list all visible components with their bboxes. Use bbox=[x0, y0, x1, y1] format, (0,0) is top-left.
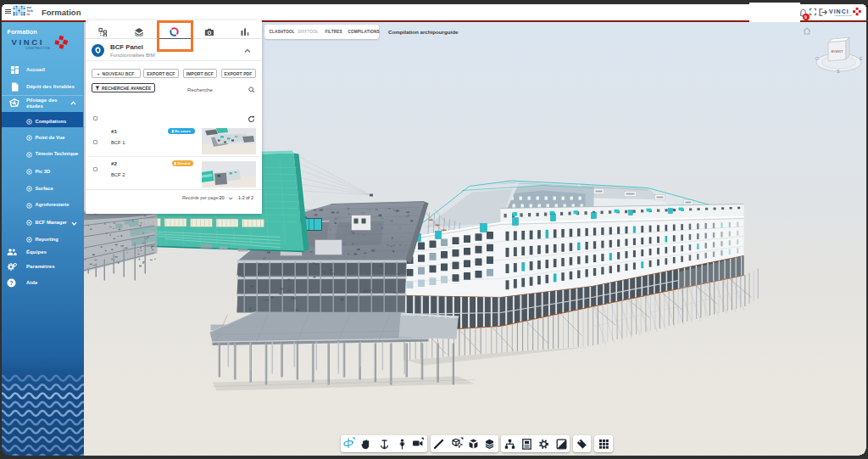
svg-text:VINCI: VINCI bbox=[829, 8, 849, 14]
svg-text:AVANT: AVANT bbox=[831, 49, 843, 53]
svg-text:E: E bbox=[860, 56, 863, 61]
svg-text:VINCI: VINCI bbox=[12, 37, 45, 47]
svg-text:?: ? bbox=[9, 280, 13, 286]
svg-text:CONSTRUCTION: CONSTRUCTION bbox=[25, 47, 50, 50]
svg-text:in: in bbox=[27, 12, 31, 16]
svg-text:CONSTRUCTION: CONSTRUCTION bbox=[834, 14, 852, 16]
svg-text:O: O bbox=[815, 56, 819, 61]
